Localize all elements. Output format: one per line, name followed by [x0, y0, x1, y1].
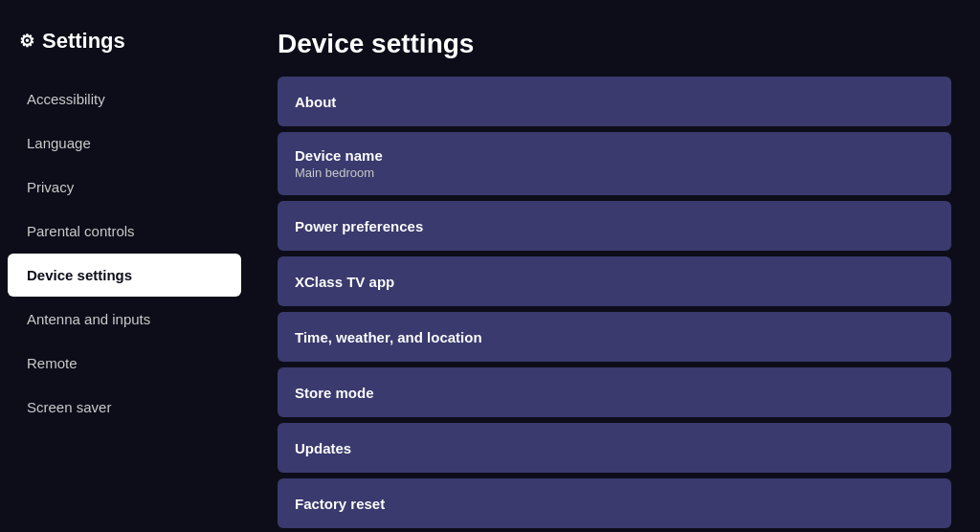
sidebar-item-accessibility[interactable]: Accessibility	[8, 78, 241, 121]
sidebar: ⚙ Settings AccessibilityLanguagePrivacyP…	[0, 0, 249, 532]
settings-item-label: Factory reset	[295, 496, 934, 512]
settings-item-label: Updates	[295, 440, 934, 456]
settings-item-label: Power preferences	[295, 218, 934, 234]
sidebar-item-parental-controls[interactable]: Parental controls	[8, 210, 241, 253]
sidebar-item-screen-saver[interactable]: Screen saver	[8, 386, 241, 429]
sidebar-title: ⚙ Settings	[0, 29, 249, 77]
sidebar-item-device-settings[interactable]: Device settings	[8, 254, 241, 297]
settings-item-xclass-tv-app[interactable]: XClass TV app	[278, 256, 951, 306]
main-content: Device settings AboutDevice nameMain bed…	[249, 0, 980, 532]
settings-item-about[interactable]: About	[278, 77, 951, 126]
settings-item-power-preferences[interactable]: Power preferences	[278, 201, 951, 251]
settings-item-sublabel: Main bedroom	[295, 166, 934, 180]
settings-item-label: Device name	[295, 147, 934, 164]
settings-item-label: About	[295, 94, 934, 110]
settings-item-updates[interactable]: Updates	[278, 423, 951, 473]
settings-item-store-mode[interactable]: Store mode	[278, 367, 951, 417]
settings-item-label: Time, weather, and location	[295, 329, 934, 345]
settings-list: AboutDevice nameMain bedroomPower prefer…	[278, 77, 951, 528]
sidebar-item-privacy[interactable]: Privacy	[8, 166, 241, 209]
settings-item-label: XClass TV app	[295, 274, 934, 290]
page-title: Device settings	[278, 29, 951, 59]
settings-item-time-weather-and-location[interactable]: Time, weather, and location	[278, 312, 951, 362]
sidebar-item-language[interactable]: Language	[8, 122, 241, 165]
sidebar-item-remote[interactable]: Remote	[8, 342, 241, 385]
settings-item-factory-reset[interactable]: Factory reset	[278, 478, 951, 528]
sidebar-nav: AccessibilityLanguagePrivacyParental con…	[0, 77, 249, 430]
settings-item-device-name[interactable]: Device nameMain bedroom	[278, 132, 951, 195]
settings-item-label: Store mode	[295, 385, 934, 401]
sidebar-item-antenna-and-inputs[interactable]: Antenna and inputs	[8, 298, 241, 341]
gear-icon: ⚙	[19, 31, 34, 52]
sidebar-title-label: Settings	[42, 29, 125, 54]
